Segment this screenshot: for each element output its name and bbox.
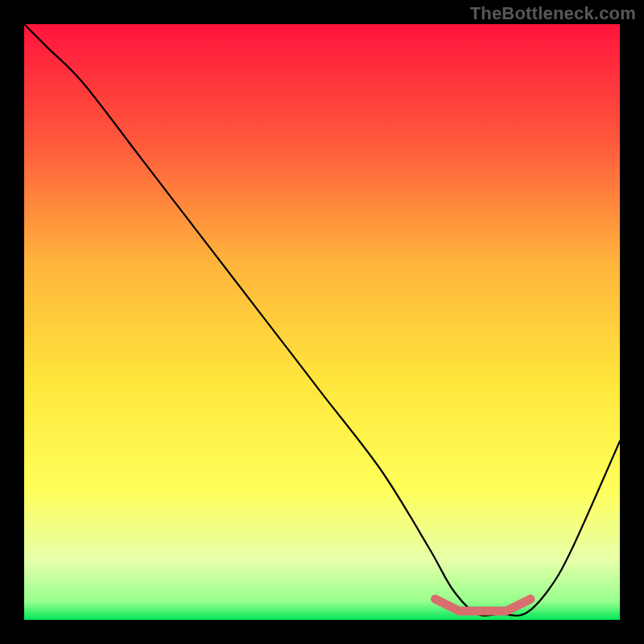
gradient-background [24, 24, 620, 620]
watermark-text: TheBottleneck.com [470, 3, 636, 24]
bottleneck-chart [24, 24, 620, 620]
